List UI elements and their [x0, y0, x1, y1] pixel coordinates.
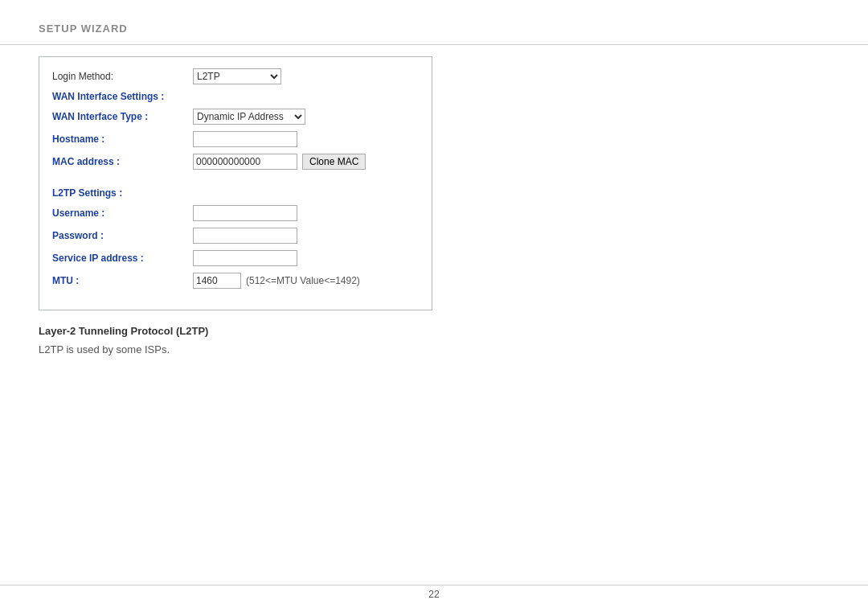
login-method-row: Login Method: L2TP: [52, 68, 419, 84]
service-ip-row: Service IP address :: [52, 250, 419, 266]
top-divider: [0, 44, 868, 45]
page-number: 22: [428, 589, 439, 600]
mtu-row: MTU : (512<=MTU Value<=1492): [52, 273, 419, 289]
service-ip-input[interactable]: [193, 250, 297, 266]
wan-settings-header: WAN Interface Settings :: [52, 91, 419, 102]
description-title: Layer-2 Tunneling Protocol (L2TP): [39, 325, 829, 337]
page-title: SETUP WIZARD: [39, 23, 128, 35]
main-content: Login Method: L2TP WAN Interface Setting…: [39, 56, 829, 355]
l2tp-settings-header: L2TP Settings :: [52, 187, 419, 199]
mtu-label: MTU :: [52, 275, 193, 286]
username-label: Username :: [52, 207, 193, 219]
mtu-input[interactable]: [193, 273, 241, 289]
service-ip-label: Service IP address :: [52, 253, 193, 264]
wan-interface-type-row: WAN Interface Type : Dynamic IP Address …: [52, 109, 419, 125]
login-method-select[interactable]: L2TP: [193, 68, 281, 84]
description-text: L2TP is used by some ISPs.: [39, 343, 829, 355]
hostname-row: Hostname :: [52, 131, 419, 147]
mac-address-input[interactable]: [193, 154, 297, 170]
mtu-hint: (512<=MTU Value<=1492): [246, 275, 360, 286]
clone-mac-button[interactable]: Clone MAC: [302, 154, 366, 170]
wan-interface-type-select[interactable]: Dynamic IP Address Static IP Address: [193, 109, 305, 125]
username-input[interactable]: [193, 205, 297, 221]
mac-address-row: MAC address : Clone MAC: [52, 154, 419, 170]
login-method-label: Login Method:: [52, 71, 193, 82]
hostname-label: Hostname :: [52, 134, 193, 145]
mac-address-label: MAC address :: [52, 156, 193, 167]
password-label: Password :: [52, 230, 193, 241]
username-row: Username :: [52, 205, 419, 221]
password-input[interactable]: [193, 228, 297, 244]
form-panel: Login Method: L2TP WAN Interface Setting…: [39, 56, 432, 310]
description-section: Layer-2 Tunneling Protocol (L2TP) L2TP i…: [39, 325, 829, 355]
bottom-divider: [0, 585, 868, 585]
wan-interface-type-label: WAN Interface Type :: [52, 111, 193, 122]
gap1: [52, 176, 419, 184]
password-row: Password :: [52, 228, 419, 244]
hostname-input[interactable]: [193, 131, 297, 147]
